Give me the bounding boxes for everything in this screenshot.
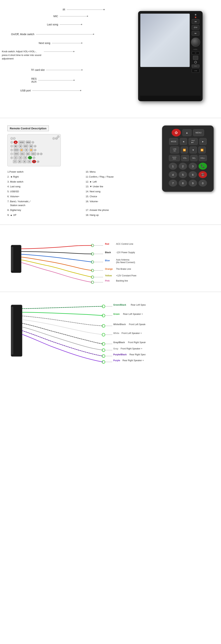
desc-item-17: 17. Answer the phone [86,208,155,212]
usb-line [32,90,80,91]
num1-diagram[interactable]: 1 [14,156,18,159]
svg-point-37 [102,324,105,327]
remote-row1: ⏻ ▲ MENU [165,129,211,136]
next-btn-diagram[interactable]: ⏭ [29,144,33,148]
desc-item-16: 16. Volume- [86,200,155,207]
ent-btn[interactable]: ENT▶II [188,138,198,145]
num7-diagram[interactable]: 7 [13,160,17,163]
svg-text:Rear Left Speaker -: Rear Left Speaker - [131,304,145,306]
menu-btn-diagram[interactable]: MENU [26,140,31,144]
vol-plus-btn[interactable]: VOL+ [199,155,207,161]
next-song-btn[interactable]: ⏭ [192,31,199,36]
vol-plus-btn-diagram[interactable]: VOL+ [31,152,36,156]
remote-row2: MODE ◄ ENT▶II ► [165,138,211,145]
svg-text:Green/Black: Green/Black [113,304,126,306]
tf-slot[interactable]: TF [192,51,199,55]
mode-btn-diagram[interactable]: MODE [19,140,25,144]
remote-row3: USBSD ⏪ ▼ ⏩ [165,146,211,154]
num0-diagram[interactable]: 0 [27,160,31,163]
num8-btn[interactable]: 8 [179,180,187,186]
ir-dot [104,9,105,10]
desc-item-14: 14. Next song [86,190,155,194]
usbsd-btn[interactable]: USBSD [170,146,179,154]
num5-btn[interactable]: 5 [179,171,187,178]
aux-dot [74,80,75,81]
power-wire-svg: Red ACC Control Line Black -12V Power Su… [7,232,136,288]
num3-diagram[interactable]: 3 [23,156,27,159]
desc-item-10: 10. Menu [86,170,155,174]
sd-card [193,56,198,60]
vol-minus-btn-diagram[interactable]: VOL- [20,152,25,156]
mic-line [60,16,87,16]
num9-diagram[interactable]: 9 [23,160,27,163]
ff-btn[interactable]: ⏩ [198,146,206,154]
volume-knob[interactable] [191,38,200,47]
desc-grid: 1.Power switch 10. Menu 2. ◄ Right 11 Co… [7,170,155,217]
usb-port[interactable]: USB [192,69,199,73]
sel-btn[interactable]: SEL [190,155,198,161]
remote-row4: BANDAMS VOL- SEL VOL+ [165,155,211,161]
down-btn[interactable]: ▼ [189,146,197,154]
right-btn[interactable]: ► [199,138,207,145]
svg-text:Rear Right Speaker -: Rear Right Speaker - [129,353,145,356]
prev-btn-diagram[interactable]: ⏮ [14,144,18,148]
num7-btn[interactable]: 7 [169,180,177,186]
hangup-btn-diagram[interactable]: 📵 [32,160,36,163]
num9-btn[interactable]: 9 [188,180,197,186]
num1-btn[interactable]: 1 [169,163,177,170]
device-controls: ⏮ Ø/M ⏭ +VOL- TF RES USB [190,13,201,73]
svg-text:-12V Power Supply: -12V Power Supply [116,251,135,254]
rew-btn[interactable]: ⏪ [181,146,188,154]
desc-item-9: 9. ▲ UP [7,213,76,217]
num2-diagram[interactable]: 2 [19,156,23,159]
num8-diagram[interactable]: 8 [18,160,22,163]
svg-text:The Brake Line: The Brake Line [116,268,131,270]
usb-dot [80,90,81,91]
mode-btn-remote[interactable]: MODE [169,138,178,145]
band-ams-btn[interactable]: BANDAMS [169,155,180,161]
hangup-btn[interactable]: 📵 [198,171,207,178]
menu-btn[interactable]: MENU [193,129,204,136]
mode-btn[interactable]: Ø/M [192,25,199,30]
svg-text:Purple/Black: Purple/Black [113,353,127,356]
down-btn-diagram[interactable]: ▼ [24,148,28,152]
num0-btn[interactable]: 0 [198,180,207,186]
answer-btn-diagram[interactable]: 📞 [28,156,32,159]
left-btn-diagram[interactable]: ◄ [19,144,23,148]
num4-btn[interactable]: 4 [169,171,177,178]
usb-btn-diagram[interactable]: USB/SD [14,148,19,152]
remote-diagram: 1 2 9 10 3 ⏻ MODE MENU [7,134,61,166]
aux-port [194,61,197,64]
res-text: RES [31,77,37,80]
desc-item-8: 8. Digital key [7,208,76,212]
svg-text:Black: Black [105,251,111,254]
sel-btn-diagram[interactable]: SEL [26,152,30,156]
answer-btn[interactable]: 📞 [198,163,207,170]
enter-btn-diagram[interactable]: ENT [23,144,28,148]
last-song-label: Last song [47,23,58,26]
num3-btn[interactable]: 3 [188,163,197,170]
left-btn[interactable]: ◄ [180,138,187,145]
svg-text:Front Left Speaker +: Front Left Speaker + [122,332,142,334]
aux-text: RES AUX [31,77,37,83]
mode-line [36,34,93,34]
power-btn[interactable]: ⏻ [172,129,181,136]
ff-btn-diagram[interactable]: ⏩ [29,148,33,152]
speaker-wire-section: Green/Black Rear Left Speaker - Green Re… [0,294,221,375]
svg-text:Rear Left Speaker +: Rear Left Speaker + [123,313,143,316]
mode-label-group: On/Off, Mode switch [11,33,94,36]
num6-btn[interactable]: 6 [188,171,197,178]
rew-btn-diagram[interactable]: ⏪ [20,148,24,152]
up-btn[interactable]: ▲ [182,129,191,136]
svg-text:Auto Antenna: Auto Antenna [116,258,129,261]
num2-btn[interactable]: 2 [179,163,187,170]
band-btn-diagram[interactable]: BAND [14,152,19,156]
mic-label-group: MIC [53,15,88,18]
next-song-label-group: Next song [39,42,82,44]
remote-body: ⏻ ▲ MENU MODE ◄ ENT▶II ► USBSD ⏪ ▼ ⏩ [162,126,214,192]
last-song-btn[interactable]: ⏮ [192,19,199,24]
power-btn-diagram[interactable]: ⏻ [14,140,18,144]
svg-text:Blue: Blue [105,259,110,262]
vol-minus-btn[interactable]: VOL- [181,155,189,161]
divider-3 [0,292,221,292]
